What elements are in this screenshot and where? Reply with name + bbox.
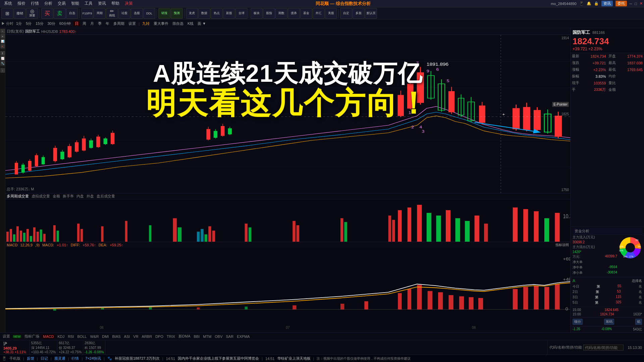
vol-tab-buy[interactable]: 外盘	[87, 194, 94, 199]
menu-item-info[interactable]: 资讯	[95, 1, 109, 6]
menu-item-analysis[interactable]: 分析	[42, 1, 55, 6]
news-button[interactable]: 资讯	[601, 1, 613, 6]
tb-sell-btn[interactable]: 卖	[54, 8, 66, 19]
close-button[interactable]: ✕	[640, 1, 643, 6]
tf-settings[interactable]: 设置	[127, 21, 137, 26]
vol-tab-turnover[interactable]: 换手率	[63, 194, 74, 199]
tb-home-btn[interactable]: ⊞	[1, 8, 13, 19]
sb-zoom[interactable]: +	[0, 29, 5, 34]
ticker-diary[interactable]: 日记	[41, 356, 48, 361]
tb-global-btn[interactable]: 全球	[235, 8, 248, 19]
indicator-explain-btn[interactable]: 指标说明	[555, 243, 569, 247]
tb-bonds-btn[interactable]: 债券	[288, 8, 300, 19]
tb-forex-btn[interactable]: 外汇	[313, 8, 325, 19]
volume-svg[interactable]: 10.35	[5, 199, 570, 248]
tb-buy-btn[interactable]: 买	[41, 8, 53, 19]
tb-data-btn[interactable]: 数据	[198, 8, 210, 19]
tb-dde-btn[interactable]: DDL	[143, 8, 155, 19]
menu-item-smart[interactable]: 智能	[68, 1, 82, 6]
tb-us-btn[interactable]: 美股	[325, 8, 337, 19]
ind-rsi[interactable]: RSI	[67, 335, 74, 339]
tf-15m[interactable]: 15分	[34, 21, 45, 26]
vol-tab-sell[interactable]: 内盘	[76, 194, 84, 199]
ticker-fanan[interactable]: 反馈	[27, 356, 34, 361]
ind-newdma[interactable]: 新DMA	[178, 334, 191, 339]
ind-vr[interactable]: VR	[132, 335, 139, 339]
tb-discuss-btn[interactable]: 论股	[118, 8, 130, 19]
ind-mtm[interactable]: MTM	[202, 335, 212, 339]
ind-obv[interactable]: OBV	[214, 335, 223, 339]
menu-item-market[interactable]: 行情	[28, 1, 42, 6]
tf-60m[interactable]: 60分钟	[58, 21, 72, 26]
tb-select-btn[interactable]: 选股	[131, 8, 143, 19]
menu-item-system[interactable]: 系统	[1, 1, 15, 6]
order-button[interactable]: 委托	[615, 1, 627, 6]
tb-default-btn[interactable]: 默认页	[365, 8, 377, 19]
ind-dmi[interactable]: DMI	[101, 335, 109, 339]
ind-sar[interactable]: SAR	[225, 335, 234, 339]
sb-tool4[interactable]: 📈	[0, 56, 5, 61]
tb-research-btn[interactable]: 研报	[158, 8, 170, 19]
tb-futures-btn[interactable]: 期数	[275, 8, 287, 19]
tf-season[interactable]: 季	[97, 21, 103, 26]
vol-tab-multiperiod[interactable]: 多周期成交量	[7, 194, 29, 199]
tb-news2-btn[interactable]: 新股	[223, 8, 235, 19]
tb-auto-btn[interactable]: 自定	[340, 8, 352, 19]
ind-bbi[interactable]: BBI	[193, 335, 201, 339]
tf-month[interactable]: 月	[89, 21, 95, 26]
menu-item-decision[interactable]: 决策	[122, 1, 136, 6]
sb-kline[interactable]: K	[0, 44, 5, 49]
ind-wr[interactable]: W&R	[90, 335, 100, 339]
menu-item-help[interactable]: 帮助	[109, 1, 122, 6]
market-sh[interactable]: 沪 3405.29 +38.31 +1.11%	[0, 340, 30, 355]
tb-stock-btn[interactable]: 板块	[251, 8, 263, 19]
chips-btn[interactable]: 筹码	[604, 319, 614, 325]
vol-tab-afterhours[interactable]: 盘后成交量	[97, 194, 115, 199]
chart-area[interactable]: 日线(复权) 国防军工 HHJSJDB 1783.400↑ 1914 1825 …	[5, 28, 570, 333]
ind-arbr[interactable]: ARBR	[141, 335, 153, 339]
ind-dpo[interactable]: DPO	[155, 335, 164, 339]
sb-tool3[interactable]: ⬆	[0, 51, 5, 56]
tb-measure-btn[interactable]: ◎测量	[26, 8, 38, 19]
tb-stockidx-btn[interactable]: 股指	[263, 8, 275, 19]
menu-item-quote[interactable]: 报价	[15, 1, 28, 6]
sb-tool6[interactable]: ↕	[0, 68, 5, 73]
detail-btn[interactable]: 细分	[573, 319, 583, 325]
vol-tab-virtual[interactable]: 虚拟成交量	[32, 194, 50, 199]
maximize-button[interactable]: □	[635, 2, 637, 6]
tb-predict-btn[interactable]: 预测	[171, 8, 183, 19]
menu-item-tools[interactable]: 工具	[82, 1, 95, 6]
tf-year[interactable]: 年	[104, 21, 111, 26]
ind-marketplace[interactable]: 指标广场	[24, 334, 40, 339]
vol-tab-amount[interactable]: 金额	[53, 194, 60, 199]
major-event-btn[interactable]: 重大事件	[152, 21, 170, 26]
tb-period-btn[interactable]: 周期	[94, 8, 106, 19]
ind-asi[interactable]: ASI	[123, 335, 131, 339]
tb-dragon-btn[interactable]: 龙虎	[186, 8, 198, 19]
kline-btn[interactable]: K线	[186, 21, 195, 26]
ticker-express[interactable]: 7×24快讯	[85, 356, 101, 361]
ind-boll[interactable]: BOLL	[77, 335, 88, 339]
ind-trix[interactable]: TRIX	[166, 335, 176, 339]
menu-item-trade[interactable]: 交易	[55, 1, 68, 6]
tf-week[interactable]: 周	[81, 21, 88, 26]
tb-draw-btn[interactable]: ✏画线	[106, 8, 118, 19]
ticker-stocks[interactable]: 股灵通	[54, 356, 65, 361]
ind-bias[interactable]: BIAS	[112, 335, 121, 339]
jiuzhuan-btn[interactable]: 九转	[141, 21, 151, 26]
ind-kdj[interactable]: KDJ	[57, 335, 65, 339]
tf-day[interactable]: 日	[73, 21, 80, 26]
ticker-action[interactable]: 行情	[71, 356, 79, 361]
candlestick-svg[interactable]: 1891.896 7 9 6 5 4 2 3	[5, 35, 570, 193]
tb-fund-btn[interactable]: 基金	[300, 8, 312, 19]
custom-select-btn[interactable]: 筛自选	[171, 21, 185, 26]
tf-1m[interactable]: 1分	[15, 21, 23, 26]
sb-tool1[interactable]: ▸	[0, 34, 5, 39]
ind-expma[interactable]: EXPMA	[236, 335, 251, 339]
tf-5m[interactable]: 5分	[24, 21, 33, 26]
tf-30m[interactable]: 30分	[46, 21, 57, 26]
bell-icon[interactable]: 🔔	[587, 1, 591, 6]
minimize-button[interactable]: ─	[630, 2, 632, 6]
ind-settings[interactable]: 设置	[2, 334, 11, 339]
face-btn[interactable]: 面 ▼	[196, 21, 207, 26]
